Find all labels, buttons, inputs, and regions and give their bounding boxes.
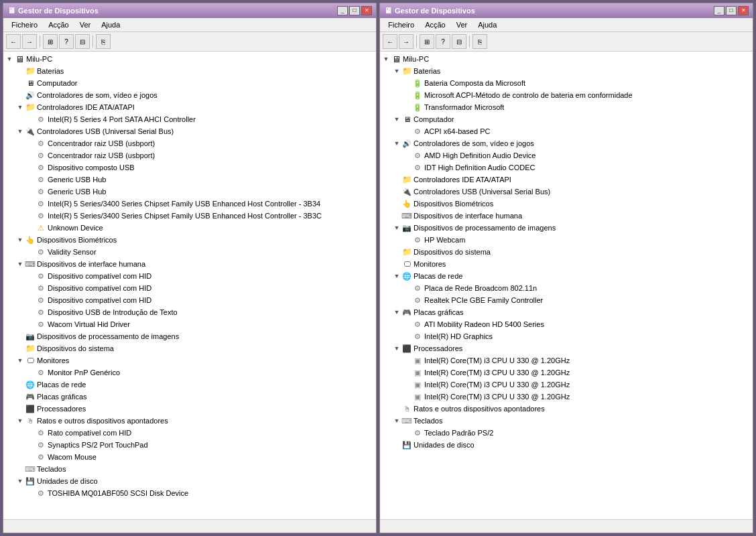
forward-button[interactable]: → [22, 34, 37, 49]
tree-row[interactable]: ⚙ Synaptics PS/2 Port TouchPad [5, 439, 375, 451]
tree-expander[interactable]: ▼ [392, 344, 401, 353]
menu-item-0[interactable]: Ficheiro [6, 19, 43, 30]
tree-row[interactable]: 🌐 Placas de rede [5, 379, 375, 391]
tree-expander[interactable] [403, 235, 412, 245]
tree-expander[interactable]: ▼ [15, 259, 25, 269]
tree-expander[interactable] [26, 428, 36, 438]
menu-item-3[interactable]: Ajuda [96, 19, 125, 30]
tree-expander[interactable] [15, 344, 25, 353]
menu-item-2[interactable]: Ver [74, 19, 97, 30]
tree-expander[interactable] [26, 308, 36, 317]
tree-expander[interactable] [15, 404, 25, 413]
tree-expander[interactable] [26, 368, 36, 377]
tree-expander[interactable] [26, 271, 36, 281]
tree-row[interactable]: ⚙ IDT High Definition Audio CODEC [381, 161, 751, 174]
tree-row[interactable]: ▼ 🔌 Controladores USB (Universal Serial … [5, 125, 375, 137]
tree-expander[interactable] [392, 247, 401, 257]
tree-row[interactable]: ⚙ Realtek PCIe GBE Family Controller [381, 294, 751, 306]
tree-expander[interactable] [26, 115, 36, 124]
tree-row[interactable]: ⚙ Placa de Rede Broadcom 802.11n [381, 282, 751, 294]
tree-row[interactable]: ▼ 🖥 Milu-PC [381, 53, 751, 65]
tree-row[interactable]: ▼ ⌨ Teclados [381, 415, 751, 427]
tree-expander[interactable] [403, 428, 412, 438]
tree-expander[interactable]: ▼ [381, 54, 391, 64]
tree-expander[interactable] [403, 151, 412, 160]
tree-row[interactable]: ⚙ Dispositivo compatível com HID [5, 294, 375, 306]
help-button[interactable]: ? [59, 34, 74, 49]
device-tree[interactable]: ▼ 🖥 Milu-PC ▼ 📁 Baterias 🔋 Bateria Compo… [380, 52, 753, 519]
tree-expander[interactable]: ▼ [15, 476, 25, 486]
tree-expander[interactable] [403, 320, 412, 329]
tree-expander[interactable] [26, 440, 36, 450]
minimize-button[interactable]: _ [337, 6, 348, 15]
tree-row[interactable]: ⚙ Rato compatível com HID [5, 427, 375, 439]
tree-expander[interactable]: ▼ [392, 271, 401, 281]
tree-expander[interactable]: ▼ [15, 235, 25, 245]
tree-row[interactable]: 👆 Dispositivos Biométricos [381, 198, 751, 210]
tree-expander[interactable]: ▼ [392, 308, 401, 317]
tree-expander[interactable]: ▼ [15, 103, 25, 112]
tree-row[interactable]: ▼ 🌐 Placas de rede [381, 270, 751, 282]
menu-item-1[interactable]: Acção [420, 19, 451, 30]
tree-row[interactable]: ▣ Intel(R) Core(TM) i3 CPU U 330 @ 1.20G… [381, 391, 751, 403]
tree-row[interactable]: ▼ ⬛ Processadores [381, 342, 751, 354]
tree-row[interactable]: ⚙ Generic USB Hub [5, 174, 375, 186]
tree-row[interactable]: ⬛ Processadores [5, 403, 375, 415]
tree-expander[interactable] [392, 187, 401, 196]
tree-expander[interactable] [392, 440, 401, 450]
tree-expander[interactable]: ▼ [15, 356, 25, 365]
tree-row[interactable]: 📁 Controladores IDE ATA/ATAPI [381, 174, 751, 186]
tree-expander[interactable]: ▼ [392, 115, 401, 124]
tree-row[interactable]: ⚙ Dispositivo USB de Introdução de Texto [5, 306, 375, 318]
tree-expander[interactable] [403, 163, 412, 172]
menu-item-2[interactable]: Ver [451, 19, 473, 30]
tree-expander[interactable] [15, 90, 25, 100]
tree-expander[interactable] [26, 452, 36, 462]
tree-row[interactable]: ▼ 🎮 Placas gráficas [381, 306, 751, 318]
tree-row[interactable]: ▼ 🖥 Milu-PC [5, 53, 375, 65]
tree-row[interactable]: ⚙ TOSHIBA MQ01ABF050 SCSI Disk Device [5, 487, 375, 499]
back-button[interactable]: ← [383, 34, 397, 49]
back-button[interactable]: ← [6, 34, 21, 49]
tree-expander[interactable] [26, 175, 36, 184]
tree-row[interactable]: ⚙ HP Webcam [381, 234, 751, 246]
tree-expander[interactable] [403, 392, 412, 401]
tree-expander[interactable]: ▼ [15, 127, 25, 136]
tree-expander[interactable] [403, 78, 412, 88]
tree-row[interactable]: ⚙ Intel(R) 5 Series 4 Port SATA AHCI Con… [5, 113, 375, 125]
tree-row[interactable]: ⚠ Unknown Device [5, 222, 375, 234]
tree-expander[interactable] [15, 332, 25, 341]
menu-item-0[interactable]: Ficheiro [383, 19, 420, 30]
tree-expander[interactable] [392, 199, 401, 208]
tree-row[interactable]: 🖱 Ratos e outros dispositivos apontadore… [381, 403, 751, 415]
tree-expander[interactable] [403, 283, 412, 293]
show-hide-button[interactable]: ⊞ [420, 34, 434, 49]
tree-expander[interactable] [26, 211, 36, 220]
tree-row[interactable]: ▼ 📁 Controladores IDE ATA/ATAPI [5, 101, 375, 113]
tree-expander[interactable] [392, 175, 401, 184]
tree-expander[interactable] [403, 127, 412, 136]
update-button[interactable]: ⎘ [96, 34, 111, 49]
tree-row[interactable]: ⚙ Dispositivo compatível com HID [5, 270, 375, 282]
tree-expander[interactable] [392, 404, 401, 413]
tree-expander[interactable] [392, 259, 401, 269]
tree-row[interactable]: ⚙ AMD High Definition Audio Device [381, 149, 751, 161]
tree-expander[interactable]: ▼ [392, 139, 401, 148]
update-button[interactable]: ⎘ [472, 34, 487, 49]
tree-expander[interactable] [15, 464, 25, 474]
tree-row[interactable]: ⚙ Intel(R) HD Graphics [381, 330, 751, 342]
tree-row[interactable]: 🔌 Controladores USB (Universal Serial Bu… [381, 186, 751, 198]
tree-row[interactable]: ⚙ ATI Mobility Radeon HD 5400 Series [381, 318, 751, 330]
tree-expander[interactable] [26, 187, 36, 196]
device-tree[interactable]: ▼ 🖥 Milu-PC 📁 Baterias 🖥 Computador 🔊 Co… [3, 52, 376, 519]
tree-row[interactable]: ⚙ Wacom Mouse [5, 451, 375, 463]
tree-expander[interactable] [403, 295, 412, 305]
tree-row[interactable]: ⚙ ACPI x64-based PC [381, 125, 751, 137]
tree-expander[interactable] [15, 380, 25, 389]
tree-row[interactable]: ▣ Intel(R) Core(TM) i3 CPU U 330 @ 1.20G… [381, 354, 751, 366]
tree-row[interactable]: ⌨ Dispositivos de interface humana [381, 210, 751, 222]
tree-row[interactable]: ▼ 📁 Baterias [381, 65, 751, 77]
tree-row[interactable]: ▼ 📷 Dispositivos de processamento de ima… [381, 222, 751, 234]
tree-expander[interactable] [15, 78, 25, 88]
tree-expander[interactable] [26, 488, 36, 498]
